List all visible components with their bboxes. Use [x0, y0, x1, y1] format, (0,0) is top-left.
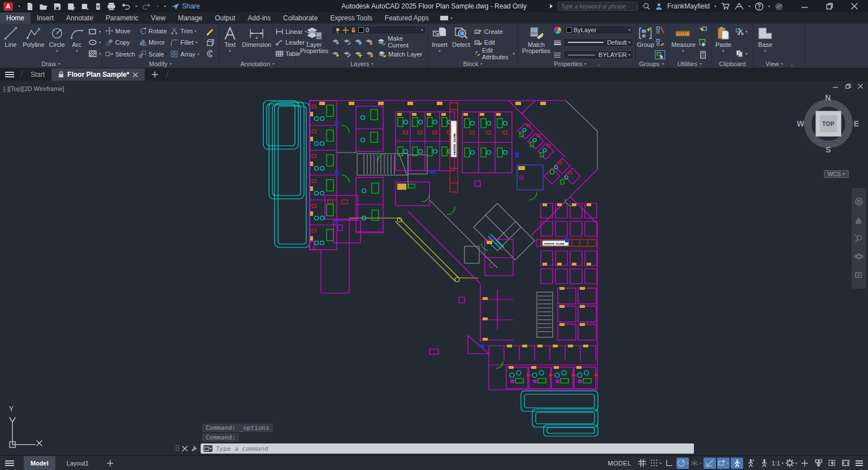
stretch-button[interactable]: Stretch: [104, 49, 136, 59]
match-properties-button[interactable]: Match Properties: [520, 25, 553, 59]
chevron-down-icon[interactable]: [795, 463, 797, 465]
explode-button[interactable]: [204, 37, 216, 48]
panel-label-block[interactable]: Block: [428, 59, 518, 68]
dialog-launcher-icon[interactable]: ⌟: [790, 61, 792, 67]
paste-button[interactable]: Paste: [714, 25, 733, 59]
minimize-button[interactable]: [801, 3, 808, 10]
undo-dropdown-icon[interactable]: [135, 6, 137, 8]
chevron-down-icon[interactable]: [687, 463, 689, 465]
layer-lock-icon[interactable]: [365, 38, 374, 45]
grid-display-toggle[interactable]: [636, 458, 648, 469]
username-label[interactable]: FrankMayfield: [667, 2, 710, 10]
hatch-tool-button[interactable]: [87, 48, 102, 59]
command-tools-wrench-icon[interactable]: [190, 445, 198, 452]
annotation-scale-selector[interactable]: 1:1: [771, 458, 784, 469]
object-snap-toggle[interactable]: [717, 458, 730, 469]
isometric-drafting-toggle[interactable]: [690, 458, 702, 469]
tab-view[interactable]: View: [145, 12, 172, 24]
viewcube-east[interactable]: E: [854, 119, 859, 128]
search-icon[interactable]: [643, 2, 650, 10]
ungroup-icon[interactable]: [656, 26, 665, 34]
arc-button[interactable]: Arc: [68, 25, 86, 59]
rotate-button[interactable]: Rotate: [137, 25, 168, 36]
annotation-visibility-toggle[interactable]: [731, 458, 743, 469]
help-dropdown-icon[interactable]: [768, 6, 770, 8]
isolate-objects[interactable]: [812, 458, 824, 469]
viewcube-north[interactable]: N: [825, 93, 831, 102]
copy-button[interactable]: Copy: [104, 37, 136, 48]
text-button[interactable]: Text: [221, 25, 239, 59]
circle-button[interactable]: Circle: [47, 25, 67, 59]
panel-label-layers[interactable]: Layers: [296, 59, 428, 68]
viewport-controls-label[interactable]: [-][Top][2D Wireframe]: [3, 85, 64, 92]
quick-select-icon[interactable]: [698, 26, 708, 34]
circle-dropdown-icon[interactable]: [56, 50, 58, 53]
orbit-icon[interactable]: [854, 252, 863, 261]
save-as-icon[interactable]: [67, 2, 76, 11]
fillet-button[interactable]: Fillet: [169, 37, 200, 48]
panel-label-groups[interactable]: Groups: [636, 59, 667, 68]
move-button[interactable]: Move: [104, 25, 136, 36]
object-color-selector[interactable]: ByLayer: [563, 25, 633, 34]
tab-featured-apps[interactable]: Featured Apps: [379, 12, 435, 24]
restore-button[interactable]: [826, 3, 833, 10]
notifications-icon[interactable]: [775, 2, 783, 11]
pan-hand-icon[interactable]: [854, 216, 863, 225]
new-layout-button[interactable]: [100, 456, 120, 470]
command-prompt-icon[interactable]: [203, 445, 212, 452]
layer-unlock-row-icon[interactable]: [366, 50, 374, 58]
lineweight-selector[interactable]: Default: [563, 38, 633, 47]
group-button[interactable]: Group: [636, 25, 655, 59]
dialog-launcher-icon[interactable]: ⌟: [597, 61, 599, 67]
dimension-button[interactable]: Dimension: [240, 25, 273, 59]
make-current-button[interactable]: Make Current: [376, 36, 426, 47]
edit-attributes-button[interactable]: Edit Attributes: [473, 48, 516, 59]
wcs-selector[interactable]: WCS: [824, 170, 849, 178]
autodesk-dropdown-icon[interactable]: [748, 6, 750, 8]
navigation-bar[interactable]: [852, 188, 866, 289]
tab-manage[interactable]: Manage: [172, 12, 209, 24]
tab-express-tools[interactable]: Express Tools: [324, 12, 378, 24]
insert-dropdown-icon[interactable]: [439, 50, 441, 53]
customize-quick-access-icon[interactable]: [164, 6, 166, 8]
close-tab-icon[interactable]: [133, 72, 138, 77]
detect-button[interactable]: Detect: [450, 25, 472, 59]
cut-button[interactable]: [734, 26, 749, 37]
annotation-autoscale-toggle[interactable]: [744, 458, 757, 469]
panel-label-draw[interactable]: Draw: [0, 59, 102, 68]
panel-label-clipboard[interactable]: Clipboard: [712, 59, 753, 68]
base-view-button[interactable]: Base: [755, 25, 775, 59]
panel-label-view[interactable]: View⌟: [753, 59, 805, 68]
plot-icon[interactable]: [81, 2, 89, 11]
autocad-app-icon[interactable]: A: [3, 2, 13, 11]
rectangle-tool-button[interactable]: [87, 26, 102, 37]
viewcube-west[interactable]: W: [797, 119, 804, 128]
array-button[interactable]: Array: [169, 49, 200, 59]
zoom-extents-icon[interactable]: [854, 234, 863, 243]
layout-menu-button[interactable]: [0, 459, 19, 467]
file-tabs-menu-button[interactable]: [0, 68, 19, 81]
collapse-arrow-icon[interactable]: [549, 3, 553, 9]
workspace-switching[interactable]: [785, 458, 797, 469]
redo-dropdown-icon[interactable]: [157, 6, 159, 8]
chevron-down-icon[interactable]: [727, 463, 729, 465]
command-bar-grip[interactable]: [175, 445, 180, 452]
new-tab-button[interactable]: [145, 68, 165, 81]
tab-insert[interactable]: Insert: [31, 12, 60, 24]
layer-thaw-row-icon[interactable]: [354, 50, 363, 58]
group-selection-toggle-icon[interactable]: [656, 51, 665, 59]
graphics-performance[interactable]: [826, 458, 838, 469]
tab-annotate[interactable]: Annotate: [60, 12, 99, 24]
open-folder-icon[interactable]: [39, 2, 48, 11]
viewcube-top-face[interactable]: TOP: [815, 111, 841, 137]
base-dropdown-icon[interactable]: [764, 50, 766, 53]
layer-off-icon[interactable]: [332, 38, 340, 45]
print-icon[interactable]: [107, 2, 116, 11]
showmotion-icon[interactable]: [854, 271, 863, 280]
copy-clip-button[interactable]: [734, 48, 749, 59]
match-layer-button[interactable]: Match Layer: [377, 49, 424, 59]
chevron-down-icon[interactable]: [18, 6, 20, 8]
layer-properties-button[interactable]: Layer Properties: [298, 25, 331, 59]
trim-button[interactable]: Trim: [169, 25, 200, 36]
user-dropdown-icon[interactable]: [714, 6, 717, 8]
